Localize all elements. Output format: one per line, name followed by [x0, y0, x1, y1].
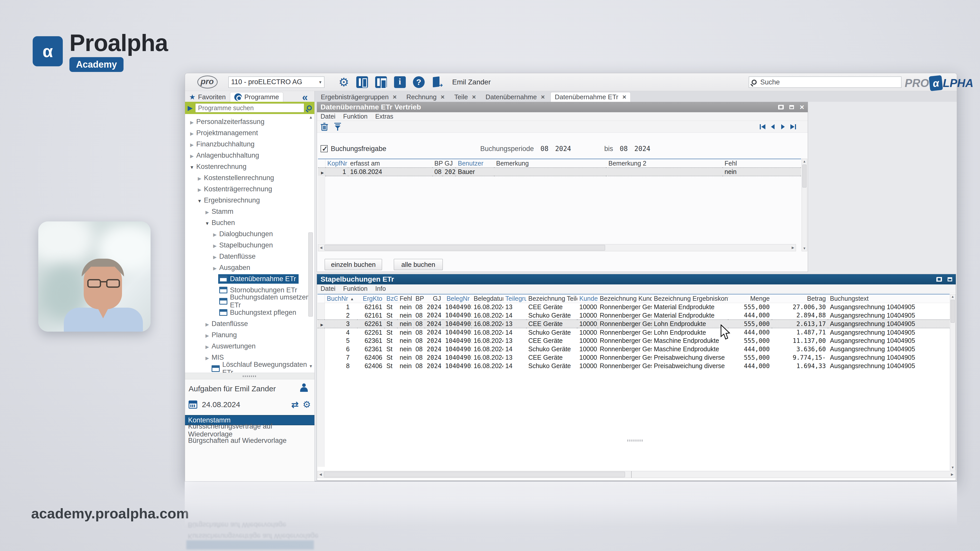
pane-splitter-handle[interactable]: [627, 440, 643, 441]
scroll-down-icon[interactable]: ▼: [802, 246, 807, 251]
column-header[interactable]: Betrag: [772, 294, 828, 303]
tree-expand-icon[interactable]: [189, 163, 195, 171]
menu-item[interactable]: Funktion: [343, 285, 368, 292]
tree-expand-icon[interactable]: [204, 208, 210, 216]
tree-expand-icon[interactable]: [189, 140, 195, 148]
menu-item[interactable]: Extras: [375, 113, 393, 120]
last-record-icon[interactable]: [790, 124, 797, 130]
tab-programme[interactable]: Programme: [230, 92, 283, 102]
calendar-icon[interactable]: [189, 400, 197, 409]
tree-item[interactable]: Buchungsdaten umsetzen ETr: [185, 295, 314, 307]
scrollbar-thumb[interactable]: [951, 300, 955, 323]
tree-item[interactable]: Anlagenbuchhaltung: [185, 150, 314, 161]
tree-expand-icon[interactable]: [204, 331, 210, 339]
scroll-right-icon[interactable]: ▶: [790, 245, 796, 251]
company-select[interactable]: 110 - proELECTRO AG ▾: [228, 76, 325, 88]
close-tab-icon[interactable]: ×: [622, 93, 626, 101]
column-header[interactable]: BelegNr: [443, 294, 472, 303]
scroll-left-icon[interactable]: ◀: [318, 245, 324, 251]
tree-expand-icon[interactable]: [204, 354, 210, 362]
tree-expand-icon[interactable]: [189, 151, 195, 159]
alle-buchen-button[interactable]: alle buchen: [394, 259, 443, 270]
tree-expand-icon[interactable]: [204, 342, 210, 350]
column-header[interactable]: Teilegruppe: [503, 294, 526, 303]
column-header[interactable]: BzGr: [384, 294, 398, 303]
tree-item[interactable]: Personalzeiterfassung: [185, 116, 314, 127]
tree-item[interactable]: Datenflüsse: [185, 251, 314, 262]
vertical-scrollbar[interactable]: ▲ ▼: [802, 159, 807, 251]
scroll-down-icon[interactable]: ▼: [308, 364, 314, 370]
tree-item[interactable]: Datenflüsse: [185, 318, 314, 329]
column-header[interactable]: erfasst am: [348, 159, 432, 168]
column-header[interactable]: Menge: [729, 294, 772, 303]
tree-item[interactable]: Löschlauf Bewegungsdaten ETr: [185, 363, 314, 373]
table-row[interactable]: 7 62406 St nein 08 2024 10404905 16.08.2…: [318, 353, 950, 362]
tree-item[interactable]: Ausgaben: [185, 262, 314, 273]
columns-icon[interactable]: [356, 76, 368, 88]
row-selector[interactable]: [318, 168, 325, 176]
column-header[interactable]: Bezeichnung Teilegruppe: [526, 294, 577, 303]
menu-item[interactable]: Datei: [321, 285, 335, 292]
scroll-up-icon[interactable]: ▲: [950, 294, 955, 299]
layout-icon[interactable]: [375, 76, 387, 88]
tree-item[interactable]: Dialogbuchungen: [185, 228, 314, 240]
scroll-up-icon[interactable]: ▲: [802, 159, 807, 164]
row-selector[interactable]: [318, 311, 325, 320]
document-tab[interactable]: Ergebnisträgergruppen ×: [317, 92, 401, 102]
row-selector[interactable]: [318, 337, 325, 345]
tree-expand-icon[interactable]: [189, 118, 195, 126]
tree-item[interactable]: Projektmanagement: [185, 127, 314, 138]
refresh-icon[interactable]: ⇄: [291, 400, 299, 410]
tree-item[interactable]: Planung: [185, 329, 314, 341]
column-header[interactable]: ErgKto: [357, 294, 384, 303]
settings-gear-icon[interactable]: ⚙: [339, 76, 349, 88]
column-header[interactable]: Benutzer: [456, 159, 494, 168]
row-selector[interactable]: [318, 328, 325, 337]
search-icon[interactable]: [307, 105, 312, 110]
document-tab[interactable]: Datenübernahme ×: [482, 92, 549, 102]
logout-icon[interactable]: [432, 76, 442, 88]
tree-item[interactable]: Ergebnisrechnung: [185, 195, 314, 206]
global-search[interactable]: [749, 76, 901, 88]
tree-expand-icon[interactable]: [212, 252, 218, 260]
tree-item[interactable]: Kostenstellenrechnung: [185, 172, 314, 183]
tree-expand-icon[interactable]: [212, 264, 218, 272]
vertical-scrollbar[interactable]: ▲ ▼: [950, 294, 956, 470]
next-record-icon[interactable]: [780, 124, 786, 130]
tree-item[interactable]: Datenübernahme ETr: [185, 273, 314, 284]
table-row[interactable]: 3 62261 St nein 08 2024 10404905 16.08.2…: [318, 320, 950, 328]
tree-item[interactable]: Kostenrechnung: [185, 161, 314, 172]
collapse-panel-icon[interactable]: «: [302, 92, 308, 103]
restore-window-icon[interactable]: [778, 105, 784, 110]
tree-item[interactable]: Stapelbuchungen: [185, 240, 314, 251]
table-row[interactable]: 2 62161 St nein 08 2024 10404905 16.08.2…: [318, 311, 950, 320]
maximize-window-icon[interactable]: [789, 105, 794, 109]
document-tab[interactable]: Rechnung ×: [402, 92, 449, 102]
user-icon[interactable]: [300, 383, 308, 392]
tab-favoriten[interactable]: ★ Favoriten: [185, 92, 230, 102]
period-from-gj[interactable]: 2024: [555, 145, 571, 152]
column-header[interactable]: Belegdatum: [472, 294, 503, 303]
menu-item[interactable]: Funktion: [343, 113, 368, 120]
column-header[interactable]: Fehl: [722, 159, 801, 168]
period-to-gj[interactable]: 2024: [635, 145, 651, 152]
tree-expand-icon[interactable]: [196, 197, 203, 204]
table-row[interactable]: 1 16.08.2024 08 2024 Bauer nein: [318, 168, 801, 176]
menu-item[interactable]: Info: [375, 285, 386, 292]
scroll-up-icon[interactable]: ▲: [308, 115, 314, 121]
buchungsfreigabe-checkbox[interactable]: [321, 145, 328, 152]
scrollbar-thumb[interactable]: [308, 232, 313, 317]
horizontal-scrollbar[interactable]: ◀ ▶: [318, 471, 955, 478]
delete-trash-icon[interactable]: [321, 122, 328, 131]
tree-item[interactable]: Buchen: [185, 217, 314, 228]
first-record-icon[interactable]: [759, 124, 766, 130]
tree-expand-icon[interactable]: [212, 241, 218, 249]
close-window-icon[interactable]: ×: [800, 103, 804, 111]
previous-record-icon[interactable]: [770, 124, 776, 130]
tree-expand-icon[interactable]: [204, 320, 210, 328]
column-header[interactable]: Bemerkung 2: [606, 159, 722, 168]
table-row[interactable]: 1 62161 St nein 08 2024 10404905 16.08.2…: [318, 303, 950, 311]
panel-splitter[interactable]: [185, 373, 314, 380]
programme-search-input[interactable]: [195, 103, 304, 113]
column-header[interactable]: BP: [432, 159, 442, 168]
